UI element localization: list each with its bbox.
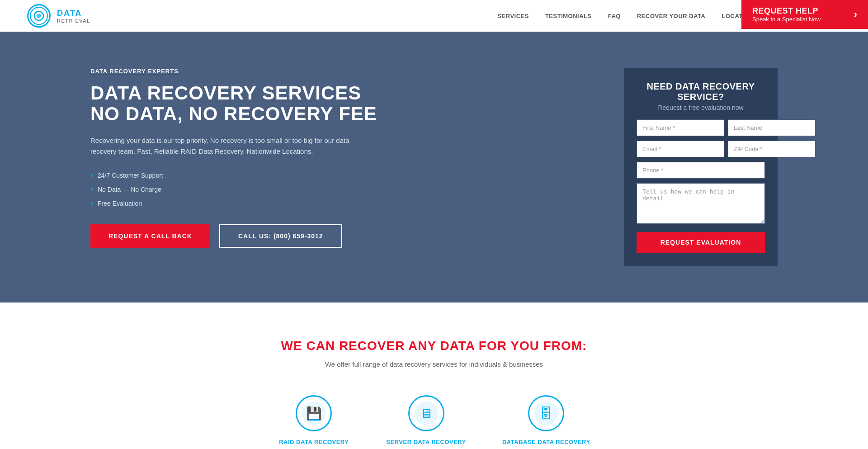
hero-subtitle: DATA RECOVERY EXPERTS bbox=[90, 68, 407, 75]
service-icon-wrap-raid: 💾 bbox=[296, 395, 332, 431]
services-title: WE CAN RECOVER ANY DATA FOR YOU FROM: bbox=[90, 339, 778, 353]
form-phone-row bbox=[637, 162, 765, 179]
nav-services[interactable]: SERVICES bbox=[497, 13, 529, 19]
hero-content: DATA RECOVERY EXPERTS DATA RECOVERY SERV… bbox=[90, 68, 407, 248]
service-icon-wrap-database: 🗄 bbox=[528, 395, 564, 431]
service-item-server[interactable]: 🖥 SERVER DATA RECOVERY bbox=[386, 395, 466, 445]
form-subtitle: Request a free evaluation now bbox=[637, 104, 765, 111]
request-help-subtitle: Speak to a Specialist Now bbox=[752, 16, 847, 23]
database-icon: 🗄 bbox=[540, 406, 552, 421]
hero-features: 24/7 Customer Support No Data — No Charg… bbox=[90, 170, 407, 208]
services-title-highlight: FOR YOU FROM: bbox=[479, 339, 587, 353]
hero-description: Recovering your data is our top priority… bbox=[90, 135, 353, 157]
services-description: We offer full range of data recovery ser… bbox=[90, 360, 778, 368]
raid-label: RAID DATA RECOVERY bbox=[279, 439, 349, 445]
request-help-title: REQUEST HELP bbox=[752, 6, 847, 16]
zip-input[interactable] bbox=[728, 141, 816, 157]
form-email-row bbox=[637, 141, 765, 157]
nav-testimonials[interactable]: TESTIMONIALS bbox=[545, 13, 592, 19]
logo-subtext: RETRIEVAL bbox=[57, 18, 90, 24]
service-icon-wrap-server: 🖥 bbox=[408, 395, 444, 431]
services-section: WE CAN RECOVER ANY DATA FOR YOU FROM: We… bbox=[0, 302, 868, 449]
database-label: DATABASE DATA RECOVERY bbox=[502, 439, 590, 445]
logo-icon bbox=[27, 4, 51, 28]
hero-section: DATA RECOVERY EXPERTS DATA RECOVERY SERV… bbox=[0, 32, 868, 302]
request-help-arrow-icon: › bbox=[854, 9, 857, 20]
last-name-input[interactable] bbox=[728, 119, 816, 136]
recovery-form-panel: NEED DATA RECOVERY SERVICE? Request a fr… bbox=[624, 68, 778, 266]
logo-text: DATA bbox=[57, 9, 90, 18]
header: DATA RETRIEVAL SERVICES TESTIMONIALS FAQ… bbox=[0, 0, 868, 32]
logo[interactable]: DATA RETRIEVAL bbox=[27, 4, 90, 28]
hero-title-1: DATA RECOVERY SERVICES bbox=[90, 83, 407, 104]
service-item-database[interactable]: 🗄 DATABASE DATA RECOVERY bbox=[502, 395, 590, 445]
server-icon: 🖥 bbox=[420, 406, 433, 421]
services-grid: 💾 RAID DATA RECOVERY 🖥 SERVER DATA RECOV… bbox=[90, 395, 778, 445]
first-name-input[interactable] bbox=[637, 119, 724, 136]
call-button[interactable]: CALL US: (800) 659-3012 bbox=[219, 224, 342, 248]
form-name-row bbox=[637, 119, 765, 136]
hero-title-2: NO DATA, NO RECOVERY FEE bbox=[90, 104, 407, 124]
submit-button[interactable]: REQUEST EVALUATION bbox=[637, 232, 765, 253]
nav-faq[interactable]: FAQ bbox=[608, 13, 621, 19]
server-label: SERVER DATA RECOVERY bbox=[386, 439, 466, 445]
nav-recover[interactable]: RECOVER YOUR DATA bbox=[637, 13, 706, 19]
service-item-raid[interactable]: 💾 RAID DATA RECOVERY bbox=[278, 395, 350, 445]
feature-2: No Data — No Charge bbox=[90, 184, 407, 194]
email-input[interactable] bbox=[637, 141, 724, 157]
callback-button[interactable]: REQUEST A CALL BACK bbox=[90, 224, 210, 248]
detail-textarea[interactable] bbox=[637, 183, 765, 224]
hero-buttons: REQUEST A CALL BACK CALL US: (800) 659-3… bbox=[90, 224, 407, 248]
services-title-normal: WE CAN RECOVER ANY DATA bbox=[281, 339, 479, 353]
phone-input[interactable] bbox=[637, 162, 765, 179]
form-title: NEED DATA RECOVERY SERVICE? bbox=[637, 81, 765, 102]
feature-3: Free Evaluation bbox=[90, 199, 407, 208]
feature-1: 24/7 Customer Support bbox=[90, 170, 407, 180]
request-help-banner[interactable]: REQUEST HELP Speak to a Specialist Now › bbox=[741, 0, 868, 29]
raid-icon: 💾 bbox=[306, 406, 322, 421]
